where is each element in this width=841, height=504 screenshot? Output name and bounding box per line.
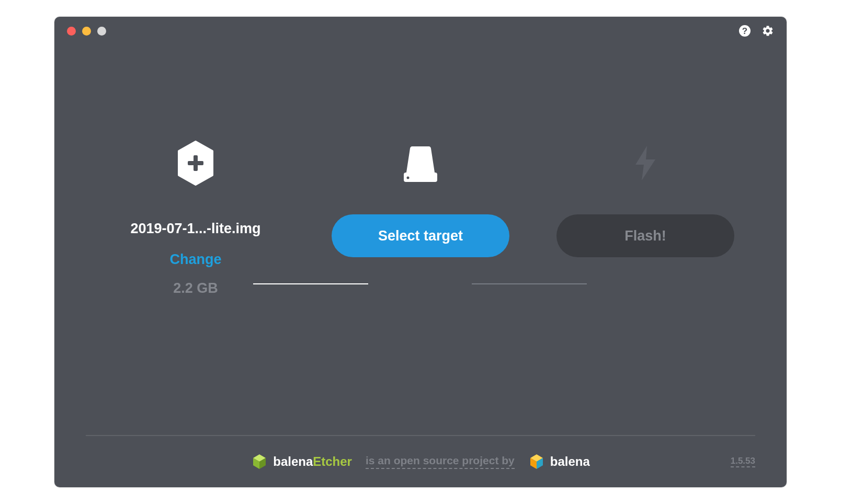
footer: balenaEtcher is an open source project b… [86, 435, 755, 487]
footer-content: balenaEtcher is an open source project b… [251, 453, 590, 470]
app-window: ? 2019-07-1...-lite.img Cha [54, 17, 787, 487]
select-target-button[interactable]: Select target [332, 214, 509, 257]
minimize-button[interactable] [82, 27, 91, 36]
version-label[interactable]: 1.5.53 [731, 456, 755, 467]
close-button[interactable] [67, 27, 76, 36]
cube-icon-orange [528, 453, 545, 470]
selected-filename: 2019-07-1...-lite.img [130, 221, 260, 237]
brand-company: balena [550, 454, 590, 469]
help-icon[interactable]: ? [738, 25, 751, 37]
flash-icon [632, 145, 658, 181]
balena-logo[interactable]: balena [528, 453, 590, 470]
step-flash: Flash! [556, 137, 734, 257]
maximize-button[interactable] [97, 27, 106, 36]
svg-text:?: ? [742, 26, 747, 36]
flash-button[interactable]: Flash! [556, 214, 734, 257]
change-image-link[interactable]: Change [169, 251, 221, 268]
connector-2 [472, 283, 587, 284]
brand-etcher: Etcher [313, 454, 352, 468]
cube-icon-green [251, 453, 268, 470]
plus-hexagon-icon [176, 141, 215, 186]
main-content: 2019-07-1...-lite.img Change 2.2 GB Sele… [54, 137, 787, 296]
gear-icon[interactable] [762, 25, 774, 37]
titlebar: ? [54, 17, 787, 45]
traffic-lights [67, 27, 106, 36]
file-size: 2.2 GB [173, 280, 218, 296]
svg-rect-3 [188, 161, 203, 165]
svg-point-5 [407, 177, 410, 179]
brand-balena: balena [273, 454, 313, 468]
drive-icon [401, 143, 440, 183]
footer-tagline: is an open source project by [366, 454, 515, 469]
header-actions: ? [738, 25, 774, 37]
steps-row: 2019-07-1...-lite.img Change 2.2 GB Sele… [107, 137, 734, 296]
step-select-image: 2019-07-1...-lite.img Change 2.2 GB [107, 137, 285, 296]
etcher-logo[interactable]: balenaEtcher [251, 453, 352, 470]
step-select-target: Select target [332, 137, 509, 257]
